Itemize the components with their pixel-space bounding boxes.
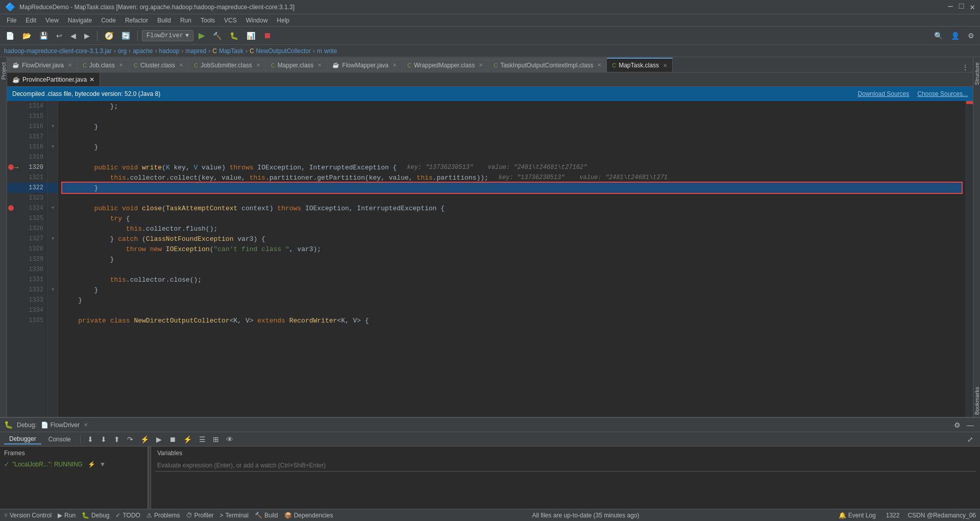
breadcrumb-hadoop[interactable]: hadoop <box>159 47 180 55</box>
debug-status-btn[interactable]: 🐛 Debug <box>82 512 109 519</box>
variables-btn[interactable]: ⊞ <box>210 434 222 444</box>
debug-tab-console[interactable]: Console <box>43 435 76 444</box>
event-log-btn[interactable]: 🔔 Event Log <box>839 512 876 519</box>
run-to-cursor-btn[interactable]: ↷ <box>125 434 136 444</box>
menu-build[interactable]: Build <box>153 16 175 25</box>
tab-flowdriver[interactable]: ☕ FlowDriver.java ✕ <box>7 58 78 72</box>
open-btn[interactable]: 📂 <box>19 30 34 42</box>
tab-close-icon[interactable]: ✕ <box>597 62 601 68</box>
tab-close-icon[interactable]: ✕ <box>68 62 72 68</box>
menu-vcs[interactable]: VCS <box>220 16 241 25</box>
run-btn[interactable]: ▶ <box>195 29 208 42</box>
dependencies-btn[interactable]: 📦 Dependencies <box>284 512 333 519</box>
build-status-btn[interactable]: 🔨 Build <box>255 512 278 519</box>
tab-flowmapper[interactable]: ☕ FlowMapper.java ✕ <box>327 58 402 72</box>
tab-close-icon[interactable]: ✕ <box>663 63 667 68</box>
debug-tab-debugger[interactable]: Debugger <box>4 434 41 444</box>
todo-btn[interactable]: ✓ TODO <box>115 512 140 519</box>
frame-filter-icon[interactable]: ⚡ <box>88 461 95 468</box>
settings-panel-btn[interactable]: ⚙ <box>952 420 963 430</box>
save-btn[interactable]: 💾 <box>36 30 51 42</box>
gutter-1324[interactable]: ▼ <box>48 203 58 213</box>
code-content[interactable]: }; } } <box>58 101 966 417</box>
minimize-btn[interactable]: — <box>948 2 953 12</box>
choose-sources-link[interactable]: Choose Sources... <box>917 90 968 97</box>
tab-maptask[interactable]: C MapTask.class ✕ <box>607 58 673 72</box>
user-btn[interactable]: 👤 <box>948 30 963 42</box>
evaluate-btn[interactable]: ⚡ <box>138 434 152 444</box>
resume-btn[interactable]: ▶ <box>154 434 164 444</box>
menu-window[interactable]: Window <box>242 16 272 25</box>
undo-btn[interactable]: ↩ <box>53 30 65 42</box>
run-config-dropdown[interactable]: FlowDriver ▼ <box>142 30 193 41</box>
tab-close-icon[interactable]: ✕ <box>119 62 123 68</box>
close-session-icon[interactable]: ✕ <box>84 422 88 428</box>
frame-item[interactable]: ✓ "LocalJobR...": RUNNING ⚡ ▼ <box>2 460 145 469</box>
tab-close-icon[interactable]: ✕ <box>479 62 483 68</box>
tab-close-icon[interactable]: ✕ <box>317 62 322 68</box>
stop-debug-btn[interactable]: ⏹ <box>166 434 179 444</box>
menu-run[interactable]: Run <box>176 16 195 25</box>
window-controls[interactable]: — □ ✕ <box>948 2 975 12</box>
frame-expand-icon[interactable]: ▼ <box>100 461 106 468</box>
menu-file[interactable]: File <box>3 16 20 25</box>
breadcrumb-org[interactable]: org <box>118 47 127 55</box>
tab-job[interactable]: C Job.class ✕ <box>78 58 129 72</box>
breadcrumb-maptask[interactable]: MapTask <box>219 47 243 55</box>
tab-taskinputoutput[interactable]: C TaskInputOutputContextImpl.class ✕ <box>488 58 607 72</box>
menu-tools[interactable]: Tools <box>197 16 219 25</box>
refresh-btn[interactable]: 🔄 <box>118 30 133 42</box>
step-out-btn[interactable]: ⬆ <box>111 434 122 444</box>
expand-btn[interactable]: ⤢ <box>965 434 976 444</box>
menu-code[interactable]: Code <box>97 16 120 25</box>
run-status-btn[interactable]: ▶ Run <box>58 512 76 519</box>
menu-view[interactable]: View <box>41 16 63 25</box>
bookmarks-tab[interactable]: Bookmarks <box>973 385 981 417</box>
tab-close-icon[interactable]: ✕ <box>393 62 397 68</box>
menu-help[interactable]: Help <box>273 16 293 25</box>
minimize-panel-btn[interactable]: — <box>965 420 976 430</box>
tab-close-icon[interactable]: ✕ <box>256 62 260 68</box>
breadcrumb-jar[interactable]: hadoop-mapreduce-client-core-3.1.3.jar <box>4 47 112 55</box>
menu-navigate[interactable]: Navigate <box>64 16 96 25</box>
tab-wrappedmapper[interactable]: C WrappedMapper.class ✕ <box>402 58 488 72</box>
download-sources-link[interactable]: Download Sources <box>858 90 910 97</box>
evaluate-expression-input[interactable] <box>155 460 976 472</box>
breadcrumb-mapred[interactable]: mapred <box>186 47 207 55</box>
step-into-btn[interactable]: ⬇ <box>98 434 109 444</box>
menu-refactor[interactable]: Refactor <box>121 16 152 25</box>
new-file-btn[interactable]: 📄 <box>3 30 17 42</box>
profiler-btn[interactable]: ⏱ Profiler <box>186 512 214 519</box>
forward-btn[interactable]: ▶ <box>81 30 93 42</box>
problems-btn[interactable]: ⚠ Problems <box>146 512 180 519</box>
settings-btn[interactable]: ⚙ <box>965 30 977 42</box>
tab-more-btn[interactable]: ⋮ <box>958 63 973 72</box>
tab-cluster[interactable]: C Cluster.class ✕ <box>129 58 189 72</box>
search-everywhere-btn[interactable]: 🔍 <box>931 30 946 42</box>
menu-edit[interactable]: Edit <box>21 16 40 25</box>
tab2-province[interactable]: ☕ ProvincePartitioner.java ✕ <box>7 73 100 86</box>
structure-tab[interactable]: Structure <box>973 59 981 88</box>
tab-close-icon[interactable]: ✕ <box>179 62 183 68</box>
gutter-1327[interactable]: ▼ <box>48 234 58 244</box>
breadcrumb-apache[interactable]: apache <box>133 47 153 55</box>
version-control-btn[interactable]: ⑂ Version Control <box>4 512 52 519</box>
step-over-btn[interactable]: ⬇ <box>85 434 96 444</box>
navigate-btn[interactable]: 🧭 <box>102 30 116 42</box>
frames-btn[interactable]: ☰ <box>197 434 208 444</box>
coverage-btn[interactable]: 📊 <box>243 30 258 42</box>
tab-mapper[interactable]: C Mapper.class ✕ <box>266 58 328 72</box>
tab-jobsubmitter[interactable]: C JobSubmitter.class ✕ <box>189 58 266 72</box>
debug-build-btn[interactable]: 🐛 <box>227 30 241 42</box>
gutter-1332[interactable]: ▼ <box>48 285 58 295</box>
build-btn[interactable]: 🔨 <box>210 30 225 42</box>
stop-btn[interactable]: ⏹ <box>260 29 275 42</box>
close-btn[interactable]: ✕ <box>970 2 975 12</box>
breadcrumb-write[interactable]: write <box>324 47 337 55</box>
breadcrumb-collector[interactable]: NewOutputCollector <box>256 47 311 55</box>
maximize-btn[interactable]: □ <box>959 2 964 12</box>
project-tab[interactable]: Project <box>0 59 8 83</box>
gutter-1316[interactable]: ▼ <box>48 121 58 132</box>
gutter-1318[interactable]: ▼ <box>48 142 58 152</box>
back-btn[interactable]: ◀ <box>67 30 79 42</box>
